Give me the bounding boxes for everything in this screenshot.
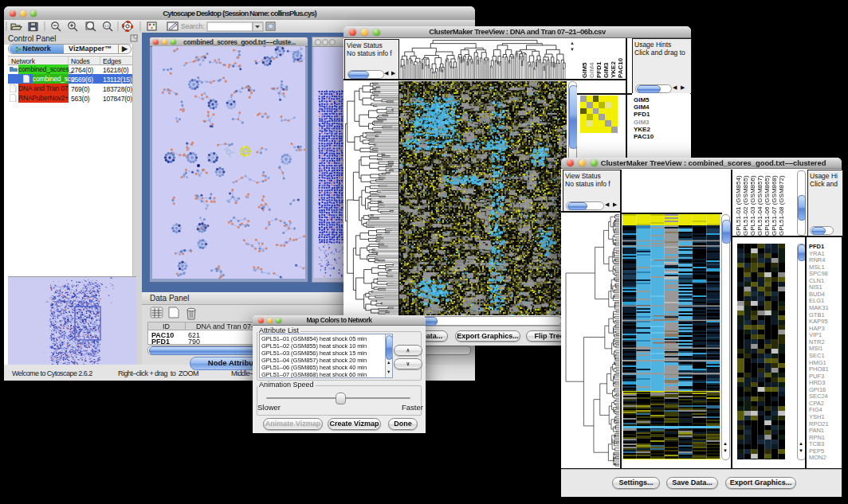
svg-text:1:1: 1:1 xyxy=(104,24,109,28)
svg-text:Search:: Search: xyxy=(181,22,204,30)
